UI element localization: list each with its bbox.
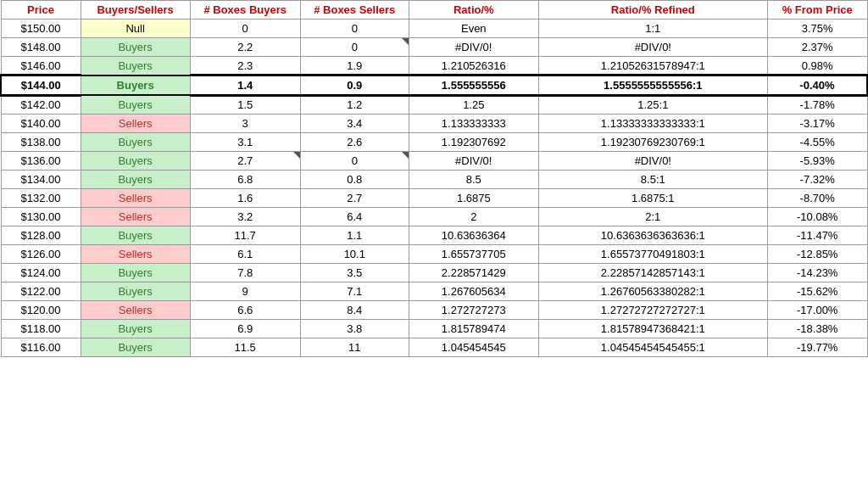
cell-from-price: -11.47%: [767, 227, 867, 245]
cell-boxes-sellers: 0.9: [300, 76, 409, 95]
col-header-boxes-sellers: # Boxes Sellers: [300, 1, 409, 20]
cell-boxes-buyers: 0: [190, 20, 300, 38]
col-header-from-price: % From Price: [767, 1, 867, 20]
cell-boxes-sellers: 8.4: [300, 301, 409, 320]
cell-ratio: #DIV/0!: [409, 152, 538, 171]
table-row: $116.00Buyers11.5111.0454545451.04545454…: [1, 338, 867, 357]
cell-price: $120.00: [1, 301, 81, 320]
cell-from-price: -19.77%: [767, 338, 867, 357]
cell-ratio-refined: 10.6363636363636:1: [538, 227, 767, 245]
cell-ratio-refined: 1.13333333333333:1: [538, 115, 767, 133]
cell-buyers-sellers: Buyers: [81, 264, 190, 282]
cell-boxes-buyers: 3: [190, 115, 300, 133]
cell-from-price: -8.70%: [767, 189, 867, 208]
cell-ratio-refined: 1.6875:1: [538, 189, 767, 208]
cell-ratio: 1.6875: [409, 189, 538, 208]
cell-ratio-refined: 1:1: [538, 20, 767, 38]
cell-ratio: 10.63636364: [409, 227, 538, 245]
cell-boxes-buyers: 3.2: [190, 208, 300, 227]
cell-ratio: 1.045454545: [409, 338, 538, 357]
cell-price: $142.00: [1, 95, 81, 115]
cell-boxes-buyers: 6.8: [190, 171, 300, 189]
cell-from-price: -3.17%: [767, 115, 867, 133]
cell-from-price: -14.23%: [767, 264, 867, 282]
cell-boxes-buyers: 7.8: [190, 264, 300, 282]
cell-boxes-sellers: 0.8: [300, 171, 409, 189]
table-row: $126.00Sellers6.110.11.6557377051.655737…: [1, 245, 867, 264]
table-row: $132.00Sellers1.62.71.68751.6875:1-8.70%: [1, 189, 867, 208]
cell-from-price: -5.93%: [767, 152, 867, 171]
cell-boxes-sellers: 11: [300, 338, 409, 357]
cell-ratio-refined: 1.25:1: [538, 95, 767, 115]
cell-ratio-refined: 2.22857142857143:1: [538, 264, 767, 282]
cell-buyers-sellers: Buyers: [81, 320, 190, 338]
col-header-buyers-sellers: Buyers/Sellers: [81, 1, 190, 20]
cell-buyers-sellers: Buyers: [81, 282, 190, 301]
cell-boxes-sellers: 0: [300, 38, 409, 57]
cell-from-price: -7.32%: [767, 171, 867, 189]
cell-ratio: 1.192307692: [409, 133, 538, 152]
cell-from-price: 2.37%: [767, 38, 867, 57]
cell-ratio-refined: 1.5555555555556:1: [538, 76, 767, 95]
cell-ratio-refined: 1.26760563380282:1: [538, 282, 767, 301]
cell-ratio: 2: [409, 208, 538, 227]
cell-ratio: 1.655737705: [409, 245, 538, 264]
col-header-ratio-refined: Ratio/% Refined: [538, 1, 767, 20]
cell-buyers-sellers: Buyers: [81, 227, 190, 245]
table-row: $142.00Buyers1.51.21.251.25:1-1.78%: [1, 95, 867, 115]
cell-from-price: -18.38%: [767, 320, 867, 338]
cell-boxes-sellers: 10.1: [300, 245, 409, 264]
cell-boxes-buyers: 2.3: [190, 57, 300, 76]
cell-buyers-sellers: Sellers: [81, 189, 190, 208]
cell-ratio: 1.210526316: [409, 57, 538, 76]
cell-boxes-sellers: 0: [300, 152, 409, 171]
price-table: Price Buyers/Sellers # Boxes Buyers # Bo…: [0, 0, 868, 357]
cell-boxes-sellers: 3.4: [300, 115, 409, 133]
cell-price: $132.00: [1, 189, 81, 208]
cell-buyers-sellers: Buyers: [81, 338, 190, 357]
table-row: $124.00Buyers7.83.52.2285714292.22857142…: [1, 264, 867, 282]
cell-ratio: Even: [409, 20, 538, 38]
cell-ratio: 1.267605634: [409, 282, 538, 301]
table-row: $140.00Sellers33.41.1333333331.133333333…: [1, 115, 867, 133]
col-header-boxes-buyers: # Boxes Buyers: [190, 1, 300, 20]
cell-buyers-sellers: Sellers: [81, 115, 190, 133]
cell-ratio-refined: 1.81578947368421:1: [538, 320, 767, 338]
cell-boxes-sellers: 3.8: [300, 320, 409, 338]
cell-buyers-sellers: Buyers: [81, 38, 190, 57]
cell-boxes-sellers: 1.2: [300, 95, 409, 115]
cell-boxes-buyers: 2.2: [190, 38, 300, 57]
cell-boxes-buyers: 9: [190, 282, 300, 301]
cell-from-price: 3.75%: [767, 20, 867, 38]
table-row: $122.00Buyers97.11.2676056341.2676056338…: [1, 282, 867, 301]
cell-from-price: 0.98%: [767, 57, 867, 76]
cell-ratio: 1.272727273: [409, 301, 538, 320]
cell-boxes-buyers: 1.4: [190, 76, 300, 95]
cell-from-price: -4.55%: [767, 133, 867, 152]
cell-price: $116.00: [1, 338, 81, 357]
cell-from-price: -10.08%: [767, 208, 867, 227]
cell-ratio-refined: 8.5:1: [538, 171, 767, 189]
cell-boxes-sellers: 2.7: [300, 189, 409, 208]
cell-ratio-refined: #DIV/0!: [538, 152, 767, 171]
cell-boxes-buyers: 6.1: [190, 245, 300, 264]
table-row: $150.00Null00Even1:13.75%: [1, 20, 867, 38]
cell-ratio: 1.25: [409, 95, 538, 115]
table-row: $146.00Buyers2.31.91.2105263161.21052631…: [1, 57, 867, 76]
cell-boxes-buyers: 1.6: [190, 189, 300, 208]
cell-ratio: 1.133333333: [409, 115, 538, 133]
cell-ratio-refined: 1.27272727272727:1: [538, 301, 767, 320]
cell-boxes-sellers: 2.6: [300, 133, 409, 152]
col-header-price: Price: [1, 1, 81, 20]
cell-buyers-sellers: Buyers: [81, 171, 190, 189]
cell-boxes-buyers: 1.5: [190, 95, 300, 115]
cell-ratio: 1.555555556: [409, 76, 538, 95]
cell-price: $150.00: [1, 20, 81, 38]
cell-boxes-sellers: 3.5: [300, 264, 409, 282]
cell-from-price: -15.62%: [767, 282, 867, 301]
table-row: $120.00Sellers6.68.41.2727272731.2727272…: [1, 301, 867, 320]
cell-buyers-sellers: Null: [81, 20, 190, 38]
cell-boxes-buyers: 3.1: [190, 133, 300, 152]
cell-boxes-buyers: 6.9: [190, 320, 300, 338]
cell-boxes-sellers: 1.9: [300, 57, 409, 76]
